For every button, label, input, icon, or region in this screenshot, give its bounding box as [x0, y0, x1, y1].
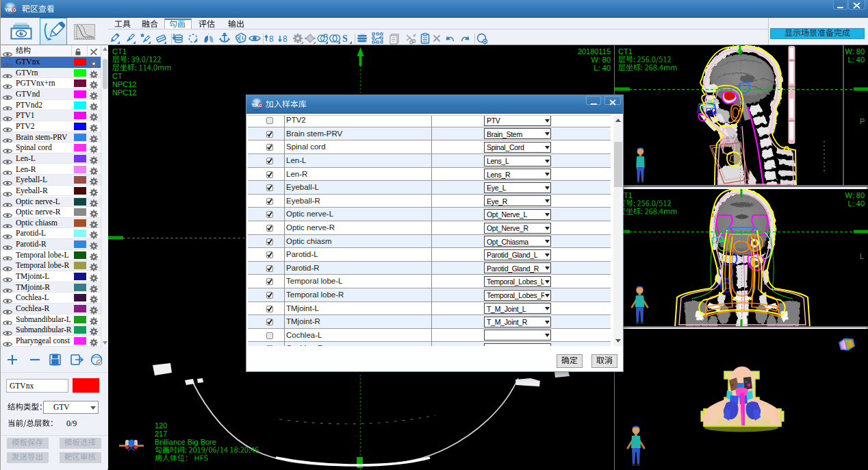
svg-text:YiN: YiN — [252, 103, 259, 108]
svg-text:8: 8 — [269, 34, 274, 44]
svg-text:8: 8 — [283, 34, 288, 44]
svg-text:YiN: YiN — [5, 8, 12, 12]
svg-text:S: S — [342, 34, 348, 44]
svg-text:G: G — [259, 103, 262, 108]
svg-text:G: G — [13, 8, 16, 12]
